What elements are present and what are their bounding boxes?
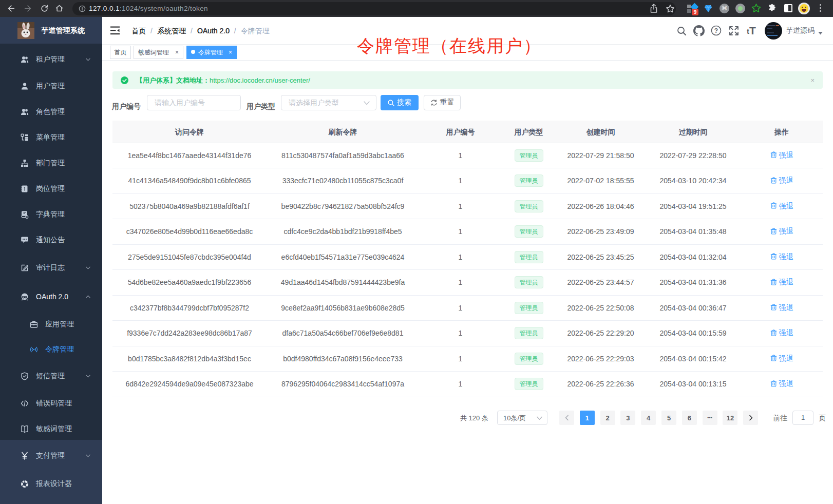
svg-text:?: ? <box>714 27 718 34</box>
